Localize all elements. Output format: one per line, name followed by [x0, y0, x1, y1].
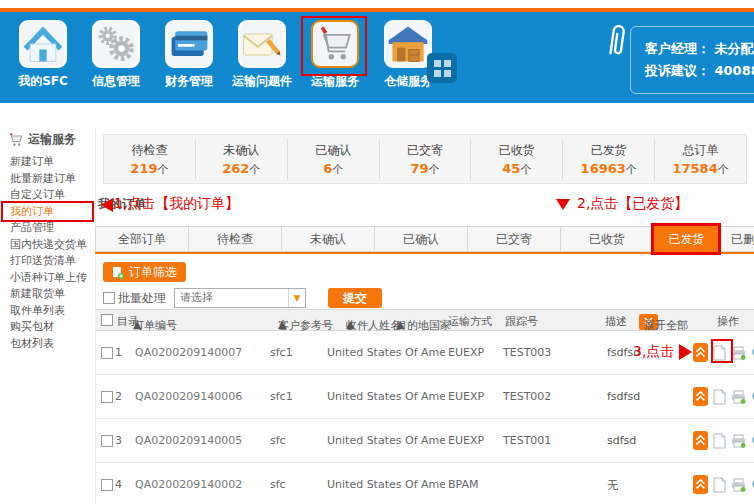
chevron-down-icon[interactable]: ▼	[288, 289, 305, 307]
stat-label: 已交寄	[380, 142, 471, 159]
nav-label: 运输服务	[304, 73, 366, 90]
order-number: QA0200209140002	[135, 478, 242, 491]
sidebar-item-batch-new-order[interactable]: 批量新建订单	[10, 171, 94, 188]
table-row: 4 QA0200209140002 sfc United States Of A…	[95, 463, 754, 504]
customer-manager-value: 未分配	[715, 41, 754, 56]
expand-order-button[interactable]	[693, 343, 708, 362]
row-index: 4	[115, 478, 122, 491]
tab-pending-check[interactable]: 待检查	[188, 226, 281, 252]
row-checkbox[interactable]	[101, 347, 113, 359]
destination-country: United States Of America/.....	[327, 390, 445, 403]
customer-manager-label: 客户经理：	[645, 41, 710, 56]
nav-item-shipping-service[interactable]: 运输服务	[304, 20, 366, 90]
tracking-number: TEST002	[503, 390, 551, 403]
row-actions	[693, 387, 754, 406]
sidebar-item-custom-order[interactable]: 自定义订单	[10, 187, 94, 204]
print-icon[interactable]	[731, 478, 746, 492]
copy-document-icon[interactable]	[713, 433, 726, 449]
cart-tile[interactable]	[311, 20, 359, 68]
row-checkbox[interactable]	[101, 479, 113, 491]
stat-value: 45	[502, 161, 520, 176]
order-number: QA0200209140006	[135, 390, 242, 403]
sidebar-item-print-delivery-list[interactable]: 打印送货清单	[10, 253, 94, 270]
bank-card-tile[interactable]	[165, 20, 213, 68]
expand-order-button[interactable]	[693, 431, 708, 450]
app-window: 我的SFC 信息管理	[0, 0, 754, 504]
print-icon[interactable]	[731, 434, 746, 448]
home-tile[interactable]	[19, 20, 67, 68]
submit-button[interactable]: 提交	[328, 288, 382, 308]
sidebar-item-packaging-list[interactable]: 包材列表	[10, 336, 94, 353]
mail-icon	[240, 22, 284, 66]
destination-country: United States Of America/.....	[327, 346, 445, 359]
stat-label: 待检查	[104, 142, 195, 159]
sidebar-item-buy-packaging[interactable]: 购买包材	[10, 319, 94, 336]
select-all-checkbox[interactable]	[101, 314, 113, 326]
stat-label: 未确认	[196, 142, 287, 159]
filter-doc-icon	[112, 266, 124, 279]
stat-unit: 个	[718, 163, 729, 176]
select-value: 请选择	[180, 291, 213, 304]
batch-action-select[interactable]: 请选择 ▼	[174, 288, 306, 308]
sidebar-cart-icon	[8, 132, 24, 147]
tab-deleted[interactable]: 已删除	[719, 226, 754, 252]
stat-posted: 已交寄 79个	[380, 139, 472, 180]
sidebar-item-product-mgmt[interactable]: 产品管理	[10, 220, 94, 237]
table-row: 3 QA0200209140005 sfc United States Of A…	[95, 419, 754, 463]
shipping-method: BPAM	[448, 478, 479, 491]
sidebar-item-domestic-delivery[interactable]: 国内快递交货单	[10, 237, 94, 254]
nav-item-finance-mgmt[interactable]: 财务管理	[158, 20, 220, 90]
apps-grid-icon[interactable]	[427, 53, 457, 83]
stat-value: 219	[130, 161, 157, 176]
order-filter-button[interactable]: 订单筛选	[103, 262, 186, 282]
stat-unit: 个	[520, 163, 531, 176]
nav-item-shipping-issues[interactable]: 运输问题件	[231, 20, 293, 90]
warehouse-tile[interactable]	[384, 20, 432, 68]
print-icon[interactable]	[731, 390, 746, 404]
expand-order-button[interactable]	[693, 475, 708, 494]
row-actions	[693, 431, 754, 450]
stat-unit: 个	[249, 163, 260, 176]
row-checkbox[interactable]	[101, 435, 113, 447]
annotation-step1: 1,点击【我的订单】	[114, 195, 239, 213]
order-number: QA0200209140005	[135, 434, 242, 447]
shipping-method: EUEXP	[448, 346, 484, 359]
nav-label: 财务管理	[158, 73, 220, 90]
tab-posted[interactable]: 已交寄	[467, 226, 560, 252]
row-checkbox[interactable]	[101, 391, 113, 403]
col-actions: 操作	[717, 314, 739, 329]
sidebar-item-new-order[interactable]: 新建订单	[10, 154, 94, 171]
hotline-value: 400881	[715, 63, 754, 78]
batch-checkbox[interactable]	[103, 292, 115, 304]
gears-icon	[94, 22, 138, 66]
annotation-arrow-left-icon	[101, 198, 113, 212]
sidebar-item-new-pickup[interactable]: 新建取货单	[10, 286, 94, 303]
stat-shipped: 已发货 16963个	[563, 139, 655, 180]
nav-label: 我的SFC	[12, 73, 74, 90]
tab-shipped-active[interactable]: 已发货	[653, 226, 719, 252]
tab-all-orders[interactable]: 全部订单	[95, 226, 188, 252]
nav-item-my-sfc[interactable]: 我的SFC	[12, 20, 74, 90]
nav-item-info-mgmt[interactable]: 信息管理	[85, 20, 147, 90]
annotation-step2-wrap: 2,点击【已发货】	[556, 195, 688, 213]
tab-received[interactable]: 已收货	[560, 226, 653, 252]
stat-unit: 个	[158, 163, 169, 176]
tracking-number: TEST003	[503, 346, 551, 359]
table-row: 2 QA0200209140006 sfc1 United States Of …	[95, 375, 754, 419]
copy-document-icon[interactable]	[713, 389, 726, 405]
tab-unconfirmed[interactable]: 未确认	[281, 226, 374, 252]
sidebar-item-small-parcel-upload[interactable]: 小语种订单上传	[10, 270, 94, 287]
bank-card-icon	[167, 22, 211, 66]
sidebar-item-pickup-list[interactable]: 取件单列表	[10, 303, 94, 320]
stat-unit: 个	[626, 163, 637, 176]
orders-table-header: 目录 订单编号 ▲ 客户参考号 ▲ 收件人姓名 ▲ 目的地国家 ▲ 运输方式 跟…	[95, 309, 754, 331]
expand-order-button[interactable]	[693, 387, 708, 406]
expand-all-button[interactable]: 展开全部	[639, 314, 658, 330]
print-icon[interactable]	[731, 346, 746, 360]
row-index: 1	[115, 346, 122, 359]
sidebar-item-my-orders[interactable]: 我的订单	[10, 204, 94, 221]
gears-tile[interactable]	[92, 20, 140, 68]
tab-confirmed[interactable]: 已确认	[374, 226, 467, 252]
mail-tile[interactable]	[238, 20, 286, 68]
copy-document-icon[interactable]	[713, 477, 726, 493]
